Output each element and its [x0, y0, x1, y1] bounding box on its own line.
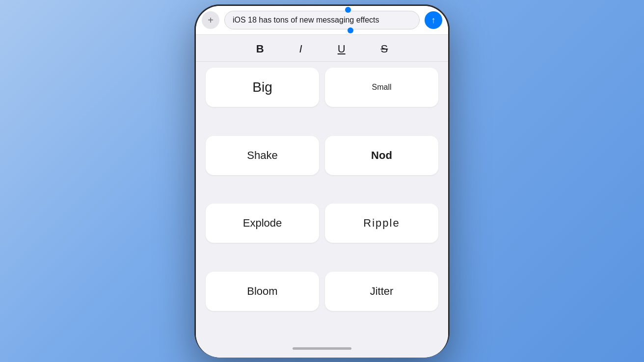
- home-indicator: [196, 343, 448, 358]
- add-button[interactable]: +: [202, 11, 219, 29]
- effect-explode-button[interactable]: Explode: [206, 204, 319, 243]
- underline-button[interactable]: U: [335, 42, 349, 56]
- effect-bloom-button[interactable]: Bloom: [206, 272, 319, 311]
- italic-button[interactable]: I: [296, 42, 305, 56]
- italic-label: I: [299, 43, 302, 55]
- effect-shake-button[interactable]: Shake: [206, 136, 319, 175]
- text-input-wrapper: [224, 11, 420, 29]
- strikethrough-button[interactable]: S: [378, 42, 391, 56]
- home-bar: [293, 347, 351, 350]
- send-icon: ↑: [431, 15, 436, 26]
- message-input[interactable]: [224, 11, 420, 29]
- effect-small-label: Small: [372, 83, 391, 92]
- bold-button[interactable]: B: [253, 42, 267, 56]
- input-bar: + ↑: [196, 6, 448, 35]
- effect-small-button[interactable]: Small: [325, 68, 438, 107]
- effect-big-label: Big: [252, 79, 272, 95]
- format-toolbar: B I U S: [196, 35, 448, 62]
- effect-nod-button[interactable]: Nod: [325, 136, 438, 175]
- effect-jitter-button[interactable]: Jitter: [325, 272, 438, 311]
- effect-big-button[interactable]: Big: [206, 68, 319, 107]
- phone-screen: + ↑ B I U S: [196, 6, 448, 358]
- send-button[interactable]: ↑: [425, 11, 442, 29]
- effect-nod-label: Nod: [371, 149, 392, 162]
- effect-ripple-button[interactable]: Ripple: [325, 204, 438, 243]
- effects-grid: Big Small Shake Nod Explode Ripple: [196, 62, 448, 343]
- effect-jitter-label: Jitter: [370, 285, 394, 298]
- bold-label: B: [256, 43, 264, 55]
- effect-bloom-label: Bloom: [247, 285, 277, 298]
- effect-ripple-label: Ripple: [363, 217, 400, 230]
- phone-frame: + ↑ B I U S: [194, 4, 450, 358]
- effect-shake-label: Shake: [247, 149, 277, 162]
- plus-icon: +: [208, 15, 214, 25]
- underline-label: U: [338, 43, 346, 55]
- effect-explode-label: Explode: [243, 217, 282, 230]
- strikethrough-label: S: [381, 43, 388, 55]
- cursor-handle-bottom: [348, 27, 353, 33]
- cursor-handle-top: [345, 7, 351, 13]
